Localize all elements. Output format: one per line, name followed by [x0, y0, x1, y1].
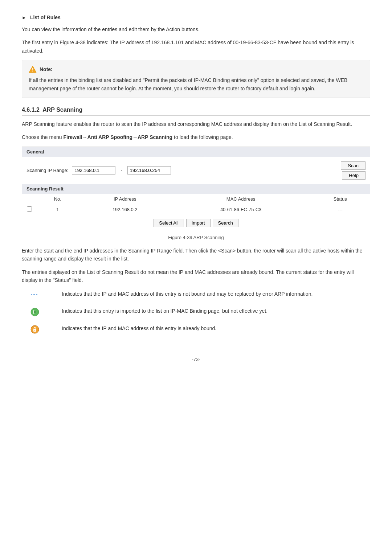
- menu-path-bold: Firewall→Anti ARP Spoofing→ARP Scanning: [63, 134, 172, 140]
- scanning-ip-label: Scanning IP Range:: [26, 168, 68, 173]
- section-number: 4.6.1.2: [22, 107, 40, 113]
- note-text: If all the entries in the binding list a…: [29, 76, 363, 93]
- arp-scanning-para1: ARP Scanning feature enables the router …: [22, 120, 370, 128]
- note-label: Note:: [40, 66, 53, 72]
- scanning-ip-right: Scan Help: [341, 161, 366, 180]
- col-checkbox: [22, 194, 37, 204]
- menu-path-prefix: Choose the menu: [22, 134, 63, 140]
- scanning-result-title: Scanning Result: [22, 184, 370, 194]
- status-icon-orange-col: [22, 324, 47, 333]
- search-button[interactable]: Search: [213, 219, 238, 227]
- ip-separator: -: [121, 168, 122, 173]
- row-status: ---: [310, 204, 370, 215]
- status-desc-dashes: Indicates that the IP and MAC address of…: [62, 290, 313, 298]
- general-panel: General Scanning IP Range: - Scan Help S…: [22, 147, 370, 231]
- table-header-row: No. IP Address MAC Address Status: [22, 194, 370, 204]
- status-item-orange: Indicates that the IP and MAC address of…: [22, 324, 370, 333]
- description-para2: The entries displayed on the List of Sca…: [22, 268, 370, 284]
- col-no: No.: [37, 194, 79, 204]
- import-button[interactable]: Import: [186, 219, 211, 227]
- arrow-icon: ►: [22, 15, 26, 20]
- scan-button[interactable]: Scan: [341, 161, 366, 170]
- svg-point-7: [34, 330, 35, 331]
- list-of-rules-para2: The first entry in Figure 4-38 indicates…: [22, 38, 370, 55]
- list-of-rules-section: ► List of Rules: [22, 15, 370, 20]
- svg-point-4: [34, 311, 36, 313]
- menu-path-para: Choose the menu Firewall→Anti ARP Spoofi…: [22, 133, 370, 141]
- warning-icon: !: [29, 65, 37, 73]
- row-no: 1: [37, 204, 79, 215]
- status-list: --- Indicates that the IP and MAC addres…: [22, 290, 370, 333]
- note-title-row: ! Note:: [29, 65, 363, 73]
- list-of-rules-para1: You can view the information of the entr…: [22, 25, 370, 33]
- row-mac: 40-61-86-FC-75-C3: [171, 204, 311, 215]
- orange-lock-icon: [30, 325, 38, 333]
- arp-scanning-section-heading: 4.6.1.2 ARP Scanning: [22, 107, 370, 116]
- list-of-rules-title: List of Rules: [30, 15, 61, 20]
- result-actions: Select All Import Search: [22, 215, 370, 231]
- row-checkbox-cell: [22, 204, 37, 215]
- col-status: Status: [310, 194, 370, 204]
- green-arrow-icon: [30, 308, 38, 316]
- figure-caption: Figure 4-39 ARP Scanning: [22, 235, 370, 240]
- status-desc-orange: Indicates that the IP and MAC address of…: [62, 324, 216, 332]
- general-panel-body: Scanning IP Range: - Scan Help: [22, 157, 370, 184]
- note-box: ! Note: If all the entries in the bindin…: [22, 60, 370, 98]
- result-table: No. IP Address MAC Address Status 1 192.…: [22, 194, 370, 215]
- col-mac-address: MAC Address: [171, 194, 311, 204]
- ip-end-input[interactable]: [127, 166, 171, 175]
- status-desc-green: Indicates that this entry is imported to…: [62, 307, 268, 315]
- section-title: ARP Scanning: [42, 107, 82, 113]
- general-panel-title: General: [22, 147, 370, 157]
- table-row: 1 192.168.0.2 40-61-86-FC-75-C3 ---: [22, 204, 370, 215]
- svg-text:!: !: [32, 67, 33, 73]
- help-button[interactable]: Help: [342, 171, 366, 180]
- col-ip-address: IP Address: [79, 194, 171, 204]
- dashes-icon: ---: [31, 291, 38, 297]
- ip-start-input[interactable]: [72, 166, 115, 175]
- menu-path-suffix: to load the following page.: [172, 134, 233, 140]
- row-checkbox[interactable]: [27, 206, 32, 212]
- status-icon-dashes-col: ---: [22, 290, 47, 297]
- scanning-ip-left: Scanning IP Range: -: [26, 166, 171, 175]
- description-para1: Enter the start and the end IP addresses…: [22, 247, 370, 263]
- status-icon-green-col: [22, 307, 47, 316]
- status-item-green: Indicates that this entry is imported to…: [22, 307, 370, 316]
- scanning-ip-row: Scanning IP Range: - Scan Help: [26, 161, 366, 180]
- page-divider: [22, 342, 370, 342]
- status-item-dashes: --- Indicates that the IP and MAC addres…: [22, 290, 370, 298]
- row-ip: 192.168.0.2: [79, 204, 171, 215]
- page-number: -73-: [22, 357, 370, 362]
- select-all-button[interactable]: Select All: [154, 219, 184, 227]
